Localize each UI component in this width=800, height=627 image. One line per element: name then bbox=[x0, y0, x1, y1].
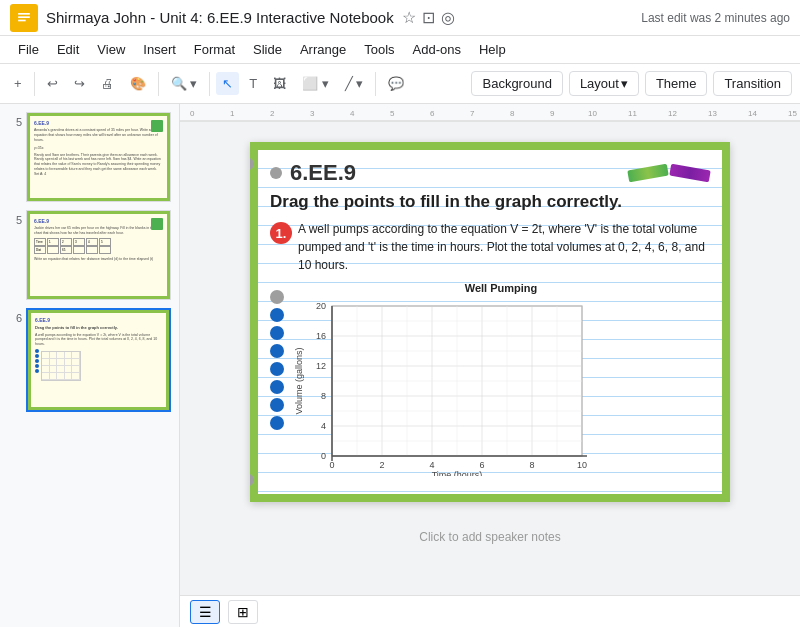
canvas-area: 0 1 2 3 4 5 6 7 8 9 10 11 12 13 14 15 bbox=[180, 104, 800, 627]
dot-gray-1[interactable] bbox=[270, 290, 284, 304]
svg-text:Time (hours): Time (hours) bbox=[432, 470, 483, 476]
transition-button[interactable]: Transition bbox=[713, 71, 792, 96]
svg-text:2: 2 bbox=[270, 109, 275, 118]
chart-area: Well Pumping bbox=[270, 282, 710, 476]
slide-thumb-5b[interactable]: 5 6.EE.9 Jackie drives her car 65 miles … bbox=[4, 210, 175, 300]
svg-text:15: 15 bbox=[788, 109, 797, 118]
slide-question: 1. A well pumps according to the equatio… bbox=[270, 220, 710, 274]
svg-text:10: 10 bbox=[577, 460, 587, 470]
svg-rect-2 bbox=[18, 16, 30, 18]
dot-blue-6[interactable] bbox=[270, 398, 284, 412]
svg-text:13: 13 bbox=[708, 109, 717, 118]
chart-svg: 0 4 8 12 16 20 0 2 4 6 bbox=[292, 296, 602, 476]
shapes-btn[interactable]: ⬜ ▾ bbox=[296, 72, 335, 95]
slide-thumb-5a[interactable]: 5 6.EE.9 Amanda's grandma drives at a co… bbox=[4, 112, 175, 202]
slide-view-btn[interactable]: ☰ bbox=[190, 600, 220, 624]
dot-blue-2[interactable] bbox=[270, 326, 284, 340]
svg-text:Volume (gallons): Volume (gallons) bbox=[294, 347, 304, 414]
svg-text:6: 6 bbox=[479, 460, 484, 470]
dot-blue-4[interactable] bbox=[270, 362, 284, 376]
dot-bottom-left[interactable] bbox=[250, 474, 254, 486]
layout-chevron-icon: ▾ bbox=[621, 76, 628, 91]
svg-text:12: 12 bbox=[668, 109, 677, 118]
add-btn[interactable]: + bbox=[8, 72, 28, 95]
comment-btn[interactable]: 💬 bbox=[382, 72, 410, 95]
menu-insert[interactable]: Insert bbox=[135, 40, 184, 59]
chart-container: Well Pumping bbox=[292, 282, 710, 476]
svg-text:7: 7 bbox=[470, 109, 475, 118]
slide-img-6[interactable]: 6.EE.9 Drag the points to fill in the gr… bbox=[26, 308, 171, 412]
menu-addons[interactable]: Add-ons bbox=[405, 40, 469, 59]
zoom-btn[interactable]: 🔍 ▾ bbox=[165, 72, 204, 95]
star-icon[interactable]: ☆ bbox=[402, 8, 416, 27]
slide-outer: 6.EE.9 Drag the points to fill in the gr… bbox=[250, 142, 730, 502]
toolbar: + ↩ ↪ 🖨 🎨 🔍 ▾ ↖ T 🖼 ⬜ ▾ ╱ ▾ 💬 Background… bbox=[0, 64, 800, 104]
dot-blue-1[interactable] bbox=[270, 308, 284, 322]
drag-dots bbox=[270, 282, 284, 476]
menu-slide[interactable]: Slide bbox=[245, 40, 290, 59]
svg-text:0: 0 bbox=[329, 460, 334, 470]
dot-top-left[interactable] bbox=[250, 158, 254, 170]
question-text: A well pumps according to the equation V… bbox=[298, 220, 710, 274]
slide-thumb-6[interactable]: 6 6.EE.9 Drag the points to fill in the … bbox=[4, 308, 175, 412]
dot-header[interactable] bbox=[270, 167, 282, 179]
background-button[interactable]: Background bbox=[471, 71, 562, 96]
divider-3 bbox=[209, 72, 210, 96]
svg-rect-3 bbox=[18, 19, 26, 21]
layout-button[interactable]: Layout ▾ bbox=[569, 71, 639, 96]
cursor-btn[interactable]: ↖ bbox=[216, 72, 239, 95]
svg-text:0: 0 bbox=[321, 451, 326, 461]
slide-img-5a[interactable]: 6.EE.9 Amanda's grandma drives at a cons… bbox=[26, 112, 171, 202]
title-bar: Shirmaya John - Unit 4: 6.EE.9 Interacti… bbox=[0, 0, 800, 36]
theme-button[interactable]: Theme bbox=[645, 71, 707, 96]
app-icon bbox=[10, 4, 38, 32]
slide-num-6: 6 bbox=[4, 312, 22, 324]
slide-title: 6.EE.9 bbox=[290, 160, 356, 186]
undo-btn[interactable]: ↩ bbox=[41, 72, 64, 95]
svg-text:4: 4 bbox=[321, 421, 326, 431]
svg-text:8: 8 bbox=[529, 460, 534, 470]
svg-text:0: 0 bbox=[190, 109, 195, 118]
menu-arrange[interactable]: Arrange bbox=[292, 40, 354, 59]
svg-text:12: 12 bbox=[316, 361, 326, 371]
dot-blue-3[interactable] bbox=[270, 344, 284, 358]
paint-format-btn[interactable]: 🎨 bbox=[124, 72, 152, 95]
cloud-icon[interactable]: ◎ bbox=[441, 8, 455, 27]
bottom-toolbar: ☰ ⊞ bbox=[180, 595, 800, 627]
folder-icon[interactable]: ⊡ bbox=[422, 8, 435, 27]
slide-canvas: 6.EE.9 Drag the points to fill in the gr… bbox=[250, 142, 730, 502]
print-btn[interactable]: 🖨 bbox=[95, 72, 120, 95]
menu-help[interactable]: Help bbox=[471, 40, 514, 59]
dot-blue-7[interactable] bbox=[270, 416, 284, 430]
svg-text:6: 6 bbox=[430, 109, 435, 118]
menu-tools[interactable]: Tools bbox=[356, 40, 402, 59]
dot-blue-5[interactable] bbox=[270, 380, 284, 394]
svg-text:1: 1 bbox=[230, 109, 235, 118]
mini-chart-thumb bbox=[41, 351, 81, 381]
svg-text:14: 14 bbox=[748, 109, 757, 118]
svg-text:20: 20 bbox=[316, 301, 326, 311]
ruler-horizontal: 0 1 2 3 4 5 6 7 8 9 10 11 12 13 14 15 bbox=[180, 104, 800, 122]
grid-view-btn[interactable]: ⊞ bbox=[228, 600, 258, 624]
svg-text:4: 4 bbox=[429, 460, 434, 470]
svg-text:9: 9 bbox=[550, 109, 555, 118]
svg-text:4: 4 bbox=[350, 109, 355, 118]
menu-view[interactable]: View bbox=[89, 40, 133, 59]
menu-file[interactable]: File bbox=[10, 40, 47, 59]
slide-img-5b[interactable]: 6.EE.9 Jackie drives her car 65 miles pe… bbox=[26, 210, 171, 300]
divider-2 bbox=[158, 72, 159, 96]
svg-text:10: 10 bbox=[588, 109, 597, 118]
menu-format[interactable]: Format bbox=[186, 40, 243, 59]
redo-btn[interactable]: ↪ bbox=[68, 72, 91, 95]
line-btn[interactable]: ╱ ▾ bbox=[339, 72, 370, 95]
main-area: 5 6.EE.9 Amanda's grandma drives at a co… bbox=[0, 104, 800, 627]
slide-num-5b: 5 bbox=[4, 214, 22, 226]
slide-panel: 5 6.EE.9 Amanda's grandma drives at a co… bbox=[0, 104, 180, 627]
svg-text:5: 5 bbox=[390, 109, 395, 118]
image-btn[interactable]: 🖼 bbox=[267, 72, 292, 95]
menu-edit[interactable]: Edit bbox=[49, 40, 87, 59]
speaker-notes[interactable]: Click to add speaker notes bbox=[419, 530, 560, 544]
slide-inner: 6.EE.9 Drag the points to fill in the gr… bbox=[258, 150, 722, 494]
text-btn[interactable]: T bbox=[243, 72, 263, 95]
slide-big-text: Drag the points to fill in the graph cor… bbox=[270, 192, 710, 212]
